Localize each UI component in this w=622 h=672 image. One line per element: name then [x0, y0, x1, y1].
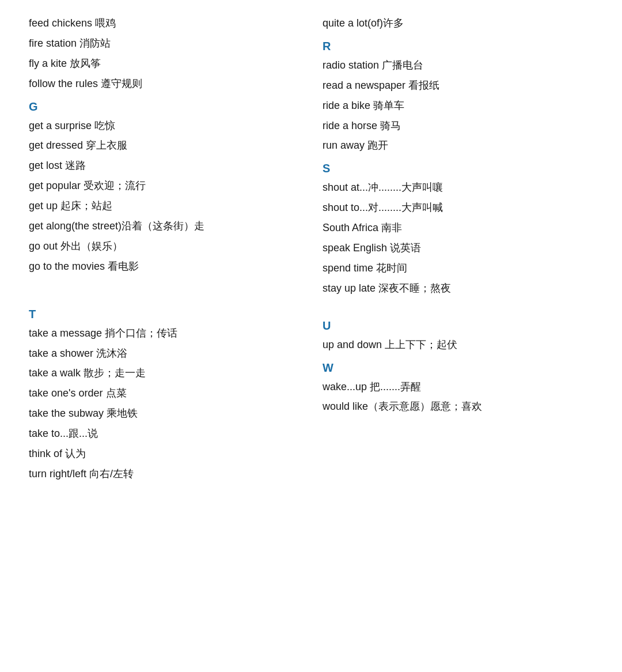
vocabulary-entry: quite a lot(of)许多 — [323, 16, 593, 32]
main-content: feed chickens 喂鸡fire station 消防站fly a ki… — [23, 12, 599, 486]
vocabulary-entry: fly a kite 放风筝 — [29, 56, 299, 72]
right-column: quite a lot(of)许多Rradio station 广播电台read… — [317, 12, 599, 486]
section-letter: G — [29, 100, 299, 114]
vocabulary-entry: feed chickens 喂鸡 — [29, 16, 299, 32]
vocabulary-entry: get along(the street)沿着（这条街）走 — [29, 218, 299, 235]
vocabulary-entry: take a walk 散步；走一走 — [29, 365, 299, 382]
vocabulary-entry: spend time 花时间 — [323, 261, 593, 277]
vocabulary-entry: get lost 迷路 — [29, 158, 299, 174]
section-letter: W — [323, 361, 593, 375]
left-column: feed chickens 喂鸡fire station 消防站fly a ki… — [23, 12, 305, 486]
vocabulary-entry: stay up late 深夜不睡；熬夜 — [323, 281, 593, 297]
vocabulary-entry: fire station 消防站 — [29, 36, 299, 52]
vocabulary-entry: shout at...冲........大声叫嚷 — [323, 180, 593, 196]
vocabulary-entry: get a surprise 吃惊 — [29, 118, 299, 134]
vocabulary-entry: run away 跑开 — [323, 138, 593, 154]
vocabulary-entry: South Africa 南非 — [323, 220, 593, 236]
vocabulary-entry: take a message 捎个口信；传话 — [29, 326, 299, 342]
vocabulary-entry: up and down 上上下下；起伏 — [323, 337, 593, 353]
section-letter: R — [323, 40, 593, 53]
vocabulary-entry: read a newspaper 看报纸 — [323, 78, 593, 94]
vocabulary-entry: take to...跟...说 — [29, 426, 299, 442]
spacer — [29, 279, 299, 289]
vocabulary-entry: take one's order 点菜 — [29, 386, 299, 402]
vocabulary-entry: radio station 广播电台 — [323, 58, 593, 74]
spacer — [323, 301, 593, 311]
section-letter: T — [29, 308, 299, 321]
vocabulary-entry: wake...up 把.......弄醒 — [323, 379, 593, 395]
spacer — [29, 289, 299, 300]
vocabulary-entry: speak English 说英语 — [323, 240, 593, 256]
vocabulary-entry: get popular 受欢迎；流行 — [29, 178, 299, 194]
vocabulary-entry: think of 认为 — [29, 446, 299, 462]
vocabulary-entry: ride a horse 骑马 — [323, 118, 593, 134]
section-letter: U — [323, 319, 593, 333]
vocabulary-entry: turn right/left 向右/左转 — [29, 466, 299, 482]
vocabulary-entry: go out 外出（娱乐） — [29, 239, 299, 255]
vocabulary-entry: would like（表示意愿）愿意；喜欢 — [323, 399, 593, 415]
vocabulary-entry: take the subway 乘地铁 — [29, 406, 299, 422]
vocabulary-entry: follow the rules 遵守规则 — [29, 76, 299, 92]
vocabulary-entry: go to the movies 看电影 — [29, 259, 299, 275]
section-letter: S — [323, 162, 593, 175]
vocabulary-entry: ride a bike 骑单车 — [323, 98, 593, 114]
vocabulary-entry: get up 起床；站起 — [29, 198, 299, 214]
vocabulary-entry: get dressed 穿上衣服 — [29, 138, 299, 154]
vocabulary-entry: shout to...对........大声叫喊 — [323, 200, 593, 216]
vocabulary-entry: take a shower 洗沐浴 — [29, 346, 299, 362]
